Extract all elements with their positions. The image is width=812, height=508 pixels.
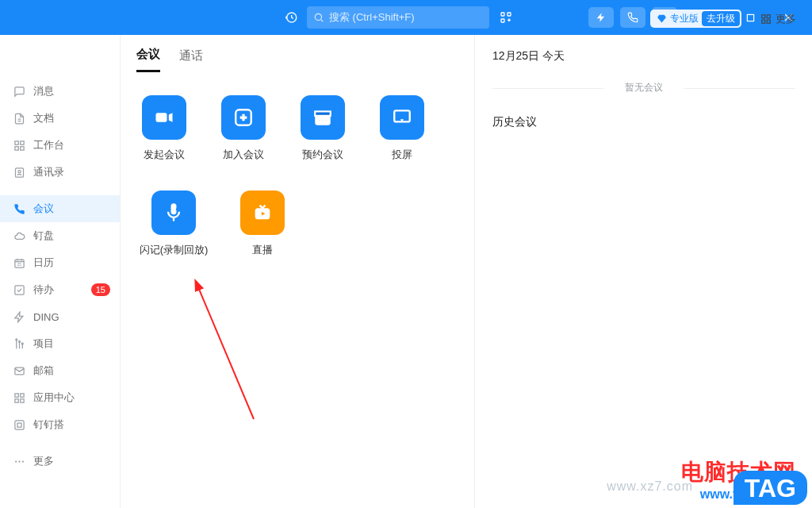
svg-rect-9 xyxy=(20,146,23,149)
sidebar-item-projects[interactable]: 项目 xyxy=(0,330,120,357)
sidebar-item-calendar[interactable]: 25日历 xyxy=(0,249,120,276)
search-placeholder: 搜索 (Ctrl+Shift+F) xyxy=(329,10,415,25)
tile-label: 加入会议 xyxy=(223,148,264,162)
diamond-icon xyxy=(657,13,667,24)
tile-live[interactable]: 直播 xyxy=(228,190,297,257)
svg-rect-20 xyxy=(20,393,23,396)
watermark-faint: www.xz7.com xyxy=(607,479,693,494)
docs-icon xyxy=(13,112,25,125)
sidebar-item-workbench[interactable]: 工作台 xyxy=(0,132,120,159)
call-button[interactable] xyxy=(620,7,645,28)
mic-recorder-icon: A xyxy=(151,190,196,235)
sidebar-item-label: 日历 xyxy=(33,256,54,270)
svg-point-32 xyxy=(322,119,324,121)
svg-rect-22 xyxy=(20,398,23,402)
sidebar-item-label: 应用中心 xyxy=(33,391,75,405)
sidebar-item-label: 工作台 xyxy=(33,138,64,152)
calendar-icon: 25 xyxy=(13,256,25,269)
sidebar-item-ding[interactable]: DING xyxy=(0,303,120,330)
watermark-tag: TAG xyxy=(733,471,807,505)
chat-icon xyxy=(13,85,25,98)
svg-rect-14 xyxy=(14,285,23,294)
svg-point-25 xyxy=(18,460,20,462)
svg-text:25: 25 xyxy=(17,262,21,267)
svg-rect-37 xyxy=(762,14,765,17)
history-icon[interactable] xyxy=(280,6,302,29)
tile-start-meeting[interactable]: 发起会议 xyxy=(130,95,198,162)
tile-cast[interactable]: 投屏 xyxy=(368,95,436,162)
schedule-icon xyxy=(301,95,345,140)
plus-icon xyxy=(221,95,266,140)
sidebar-item-docs[interactable]: 文档 xyxy=(0,105,120,132)
phone-icon xyxy=(13,202,25,215)
sidebar-item-label: 待办 xyxy=(33,283,54,297)
mail-icon xyxy=(13,364,25,377)
svg-rect-19 xyxy=(14,393,17,396)
svg-rect-23 xyxy=(14,420,23,429)
bolt-icon xyxy=(13,310,25,323)
tile-label: 投屏 xyxy=(392,148,412,162)
svg-rect-8 xyxy=(14,146,17,149)
svg-rect-3 xyxy=(508,13,511,16)
contacts-icon xyxy=(13,166,25,179)
sidebar-item-meeting[interactable]: 会议 xyxy=(0,195,120,222)
date-today: 12月25日 今天 xyxy=(492,49,795,64)
sidebar-item-more[interactable]: 更多 xyxy=(0,448,120,475)
svg-rect-27 xyxy=(156,113,167,122)
svg-rect-21 xyxy=(14,398,17,402)
project-icon xyxy=(13,337,25,350)
sidebar-item-mail[interactable]: 邮箱 xyxy=(0,357,120,384)
tile-flash-record[interactable]: A 闪记(录制回放) xyxy=(130,190,217,257)
svg-rect-40 xyxy=(767,20,770,23)
cast-icon xyxy=(380,95,424,140)
todo-badge: 15 xyxy=(91,283,110,296)
sidebar-item-builder[interactable]: 钉钉搭 xyxy=(0,411,120,438)
history-meetings-title: 历史会议 xyxy=(492,115,795,129)
search-input[interactable]: 搜索 (Ctrl+Shift+F) xyxy=(307,6,489,29)
svg-rect-6 xyxy=(14,140,17,144)
tab-meeting[interactable]: 会议 xyxy=(136,47,160,72)
sidebar-item-contacts[interactable]: 通讯录 xyxy=(0,159,120,186)
sidebar-item-label: DING xyxy=(33,311,59,323)
sidebar-item-label: 邮箱 xyxy=(33,364,54,378)
cloud-icon xyxy=(13,229,25,242)
sidebar-item-label: 通讯录 xyxy=(33,165,64,179)
svg-rect-30 xyxy=(315,111,331,115)
sidebar-item-label: 钉钉搭 xyxy=(33,418,64,432)
flash-button[interactable] xyxy=(588,7,614,28)
sidebar-item-drive[interactable]: 钉盘 xyxy=(0,222,120,249)
tile-label: 直播 xyxy=(252,243,273,257)
svg-point-26 xyxy=(21,460,23,462)
svg-rect-7 xyxy=(20,140,23,144)
live-icon xyxy=(240,190,285,235)
tile-label: 预约会议 xyxy=(302,148,343,162)
sidebar-item-label: 会议 xyxy=(33,202,54,216)
svg-text:A: A xyxy=(175,204,181,212)
more-icon xyxy=(13,455,25,468)
upgrade-button[interactable]: 去升级 xyxy=(702,11,740,26)
sidebar-item-label: 更多 xyxy=(33,454,54,468)
sidebar-item-appcenter[interactable]: 应用中心 xyxy=(0,384,120,411)
svg-point-24 xyxy=(15,460,17,462)
svg-point-1 xyxy=(315,13,321,20)
svg-rect-2 xyxy=(501,13,504,16)
tile-schedule-meeting[interactable]: 预约会议 xyxy=(289,95,357,162)
svg-rect-38 xyxy=(767,14,770,17)
apps-icon xyxy=(13,391,25,404)
tile-join-meeting[interactable]: 加入会议 xyxy=(209,95,278,162)
svg-point-11 xyxy=(17,170,20,172)
empty-meeting-text: 暂无会议 xyxy=(492,81,795,94)
sidebar-item-label: 消息 xyxy=(33,84,54,98)
sidebar-item-todo[interactable]: 待办15 xyxy=(0,276,120,303)
more-button[interactable]: 更多 xyxy=(760,12,796,26)
video-icon xyxy=(142,95,186,140)
pro-badge[interactable]: 专业版 去升级 xyxy=(650,10,741,28)
apps-icon[interactable] xyxy=(494,6,518,29)
todo-icon xyxy=(13,283,25,296)
svg-point-31 xyxy=(318,119,320,121)
tab-call[interactable]: 通话 xyxy=(179,48,203,71)
profile-area[interactable] xyxy=(0,38,120,78)
svg-point-33 xyxy=(325,119,327,121)
sidebar-item-messages[interactable]: 消息 xyxy=(0,78,120,105)
tile-label: 发起会议 xyxy=(144,148,185,162)
